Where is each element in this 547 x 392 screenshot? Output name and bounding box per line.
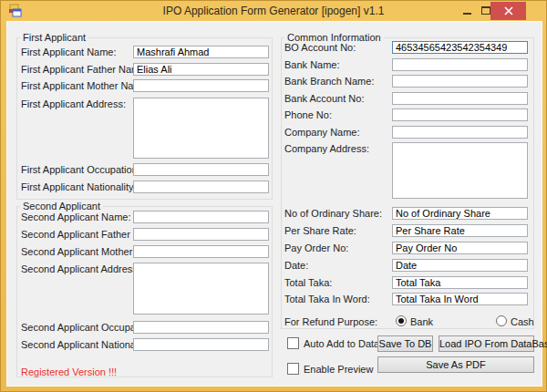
label-total-taka: Total Taka: xyxy=(284,277,332,288)
label-bo-account: BO Account No: xyxy=(284,42,356,53)
input-first-father[interactable] xyxy=(133,63,269,76)
label-refund-purpose: For Refund Purpose: xyxy=(284,316,377,327)
checkbox-label-enable-preview[interactable]: Enable Preview xyxy=(304,364,373,375)
label-company-address: Company Address: xyxy=(284,143,369,154)
group-title-second-applicant: Second Applicant xyxy=(20,201,103,211)
save-to-db-button[interactable]: Save To DB xyxy=(377,335,433,352)
input-first-occupation[interactable] xyxy=(133,163,269,176)
label-first-nationality: First Applicant Nationality: xyxy=(21,181,137,192)
input-total-taka-word[interactable] xyxy=(392,293,528,305)
label-second-address: Second Applicant Address: xyxy=(21,263,140,274)
label-company-name: Company Name: xyxy=(284,127,360,138)
minimize-icon xyxy=(463,13,471,15)
label-bank-account: Bank Account No: xyxy=(284,93,364,104)
label-bank-name: Bank Name: xyxy=(284,59,340,70)
label-bank-branch: Bank Branch Name: xyxy=(284,76,374,87)
input-second-mother[interactable] xyxy=(133,245,269,258)
input-first-mother[interactable] xyxy=(133,79,269,92)
label-first-mother: First Applicant Mother Name: xyxy=(21,80,150,91)
label-phone: Phone No: xyxy=(284,109,332,120)
input-second-name[interactable] xyxy=(133,211,269,223)
input-ordinary-share[interactable] xyxy=(392,207,528,220)
input-second-occupation[interactable] xyxy=(133,321,269,334)
label-pay-order-no: Pay Order No: xyxy=(284,242,348,253)
radio-label-bank[interactable]: Bank xyxy=(410,316,433,327)
label-total-taka-word: Total Taka In Word: xyxy=(284,294,370,304)
label-per-share-rate: Per Share Rate: xyxy=(284,225,356,236)
input-bo-account[interactable] xyxy=(392,41,528,54)
input-second-address[interactable] xyxy=(133,263,269,315)
titlebar: IPO Application Form Generator [ipogen] … xyxy=(1,1,546,21)
radio-label-cash[interactable]: Cash xyxy=(511,316,534,327)
input-company-name[interactable] xyxy=(392,126,528,139)
input-first-address[interactable] xyxy=(133,98,269,159)
input-bank-branch[interactable] xyxy=(392,75,528,88)
form-client-area: First Applicant First Applicant Name: Fi… xyxy=(6,21,542,387)
save-as-pdf-button[interactable]: Save As PDF xyxy=(377,356,534,373)
input-first-name[interactable] xyxy=(133,46,269,58)
checkbox-enable-preview[interactable] xyxy=(287,363,299,375)
radio-refund-cash[interactable] xyxy=(496,315,507,326)
input-second-nationality[interactable] xyxy=(133,338,269,351)
radio-refund-bank[interactable] xyxy=(396,315,407,326)
label-first-address: First Applicant Address: xyxy=(21,98,126,109)
input-bank-account[interactable] xyxy=(392,92,528,105)
label-ordinary-share: No of Ordinary Share: xyxy=(284,208,382,219)
input-total-taka[interactable] xyxy=(392,276,528,289)
input-second-father[interactable] xyxy=(133,228,269,241)
input-bank-name[interactable] xyxy=(392,58,528,71)
maximize-icon xyxy=(481,6,490,15)
label-first-name: First Applicant Name: xyxy=(21,46,117,57)
label-second-name: Second Applicant Name: xyxy=(21,211,130,222)
minimize-button[interactable] xyxy=(460,1,475,20)
close-button[interactable] xyxy=(490,2,526,20)
label-second-nationality: Second Applicant Nationality: xyxy=(21,339,150,350)
registered-version-note: Registered Version !!! xyxy=(21,366,117,377)
label-first-occupation: First Applicant Occupation: xyxy=(21,164,140,175)
input-per-share-rate[interactable] xyxy=(392,224,528,237)
input-date[interactable] xyxy=(392,259,528,272)
label-first-father: First Applicant Father Name: xyxy=(21,64,148,75)
group-title-first-applicant: First Applicant xyxy=(20,32,88,43)
load-ipo-button[interactable]: Load IPO From DataBase xyxy=(439,335,534,352)
input-company-address[interactable] xyxy=(392,142,528,199)
input-first-nationality[interactable] xyxy=(133,181,269,193)
app-window: IPO Application Form Generator [ipogen] … xyxy=(0,0,547,392)
input-phone[interactable] xyxy=(392,108,528,121)
close-icon xyxy=(504,6,513,15)
label-date: Date: xyxy=(284,260,308,271)
input-pay-order-no[interactable] xyxy=(392,242,528,254)
checkbox-auto-add[interactable] xyxy=(287,337,299,349)
